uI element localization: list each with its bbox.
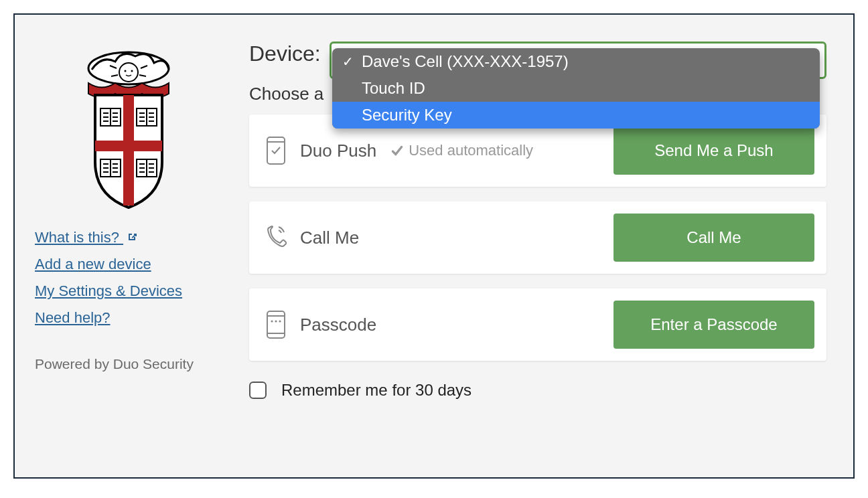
phone-check-icon <box>265 136 287 165</box>
main-panel: Device: Choose a Duo Push Used automatic… <box>249 42 826 450</box>
svg-point-2 <box>125 70 127 72</box>
remember-me-label: Remember me for 30 days <box>281 381 472 400</box>
svg-point-49 <box>279 320 281 322</box>
need-help-link[interactable]: Need help? <box>35 309 222 327</box>
svg-point-3 <box>131 70 133 72</box>
duo-auth-frame: What is this? Add a new device My Settin… <box>13 13 855 479</box>
auth-method-passcode: Passcode Enter a Passcode <box>249 288 826 361</box>
device-dropdown[interactable]: ✓ Dave's Cell (XXX-XXX-1957) Touch ID Se… <box>332 48 820 129</box>
call-me-button[interactable]: Call Me <box>613 214 814 262</box>
auth-method-call-me: Call Me Call Me <box>249 201 826 274</box>
what-is-this-link[interactable]: What is this? <box>35 229 222 246</box>
remember-me-checkbox[interactable] <box>249 382 267 399</box>
powered-by-text: Powered by Duo Security <box>35 356 222 372</box>
phone-passcode-icon <box>265 310 287 339</box>
sidebar: What is this? Add a new device My Settin… <box>35 42 222 450</box>
brown-university-logo <box>68 42 189 209</box>
device-option-label: Dave's Cell (XXX-XXX-1957) <box>362 52 569 71</box>
svg-point-48 <box>275 320 277 322</box>
device-option-daves-cell[interactable]: ✓ Dave's Cell (XXX-XXX-1957) <box>332 48 820 75</box>
phone-call-icon <box>265 223 287 252</box>
auth-method-label: Passcode <box>300 315 376 335</box>
svg-point-47 <box>271 320 273 322</box>
device-option-label: Touch ID <box>362 79 425 98</box>
add-new-device-link[interactable]: Add a new device <box>35 256 222 273</box>
device-option-label: Security Key <box>362 106 452 124</box>
send-push-button[interactable]: Send Me a Push <box>613 127 814 175</box>
used-auto-text: Used automatically <box>409 142 533 159</box>
my-settings-devices-link[interactable]: My Settings & Devices <box>35 282 222 300</box>
svg-point-1 <box>119 63 138 82</box>
sidebar-links: What is this? Add a new device My Settin… <box>35 229 222 336</box>
external-link-icon <box>126 230 138 242</box>
used-automatically-badge: Used automatically <box>390 142 533 159</box>
auth-method-label: Call Me <box>300 228 359 248</box>
device-option-touch-id[interactable]: Touch ID <box>332 75 820 102</box>
device-option-security-key[interactable]: Security Key <box>332 102 820 129</box>
check-icon <box>390 143 405 158</box>
check-icon: ✓ <box>340 54 355 70</box>
link-label: What is this? <box>35 229 119 246</box>
device-label: Device: <box>249 42 321 66</box>
auth-method-label: Duo Push <box>300 141 376 161</box>
enter-passcode-button[interactable]: Enter a Passcode <box>613 301 814 349</box>
remember-me-row: Remember me for 30 days <box>249 381 826 400</box>
svg-rect-9 <box>95 141 162 151</box>
